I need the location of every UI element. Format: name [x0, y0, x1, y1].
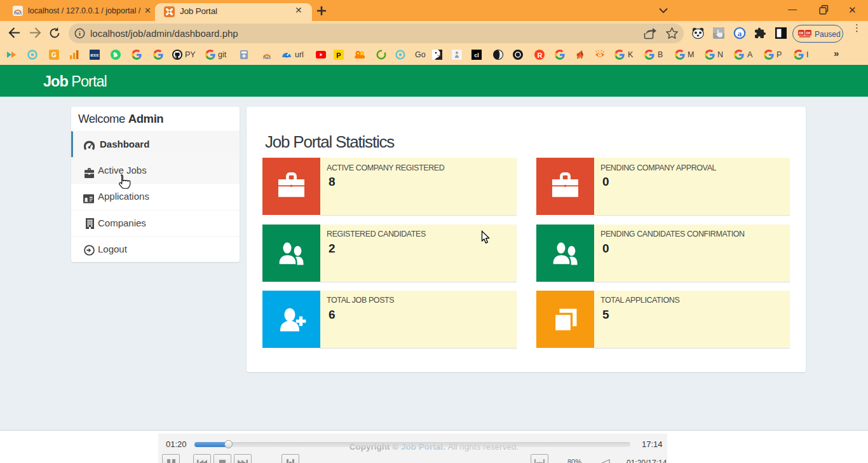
svg-text:P: P [336, 52, 341, 59]
svg-text:OK: OK [799, 31, 804, 35]
svg-text:OK: OK [806, 31, 811, 35]
svg-text:R: R [538, 52, 543, 59]
svg-text:G: G [51, 52, 57, 59]
svg-text:PMA: PMA [14, 11, 22, 15]
svg-text:PMA: PMA [263, 56, 271, 60]
svg-text:a: a [738, 29, 742, 38]
svg-text:cl: cl [474, 52, 479, 59]
svg-text:IEEE: IEEE [90, 53, 99, 57]
